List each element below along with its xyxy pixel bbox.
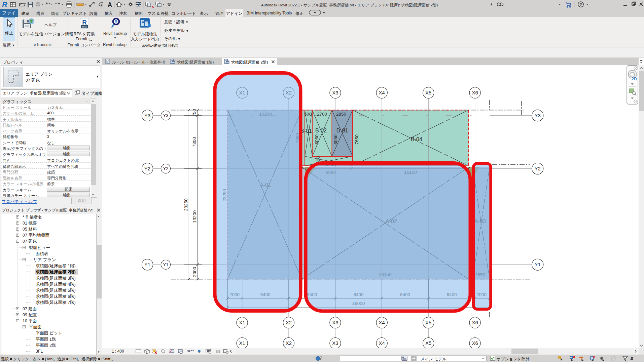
svg-text:X6: X6 — [472, 320, 478, 325]
svg-text:X4: X4 — [379, 90, 385, 95]
svg-text::0: :0 — [630, 356, 633, 361]
svg-text:Y1: Y1 — [163, 262, 169, 267]
svg-text:X3: X3 — [332, 320, 338, 325]
svg-text:X5: X5 — [425, 90, 431, 95]
svg-text:X5: X5 — [425, 320, 431, 325]
svg-text:7300: 7300 — [192, 137, 197, 147]
svg-text:7650: 7650 — [354, 134, 359, 145]
svg-text:23250: 23250 — [183, 198, 188, 211]
svg-text:B-02: B-02 — [315, 128, 327, 133]
svg-text:2000: 2000 — [192, 267, 197, 277]
svg-text:500: 500 — [304, 112, 312, 117]
svg-text:R: R — [114, 19, 118, 24]
svg-text:X1: X1 — [239, 340, 245, 346]
svg-text:6050: 6050 — [333, 134, 338, 145]
svg-text:X3: X3 — [332, 340, 338, 346]
svg-text:D-01: D-01 — [336, 128, 348, 133]
svg-text:13200: 13200 — [192, 210, 197, 223]
svg-text:X3: X3 — [332, 90, 338, 95]
svg-text:X6: X6 — [472, 90, 478, 95]
svg-text:X4: X4 — [379, 320, 385, 325]
svg-text:X2: X2 — [286, 320, 292, 325]
svg-text:X6: X6 — [472, 340, 478, 346]
svg-text:Y2: Y2 — [144, 166, 150, 171]
svg-text:2700: 2700 — [317, 112, 327, 117]
svg-text:Y3: Y3 — [163, 113, 169, 118]
svg-text:6050: 6050 — [314, 134, 319, 145]
svg-text:Y3: Y3 — [144, 113, 150, 118]
svg-text:750: 750 — [192, 109, 197, 117]
svg-text:A: A — [108, 1, 112, 8]
svg-text:2850: 2850 — [336, 112, 346, 117]
svg-text:Y2: Y2 — [535, 166, 541, 171]
svg-text:Y2: Y2 — [163, 166, 169, 171]
svg-text:Y3: Y3 — [535, 113, 541, 118]
svg-text:x: x — [152, 4, 154, 8]
svg-text:X2: X2 — [286, 340, 292, 346]
svg-text:X5: X5 — [425, 340, 431, 346]
svg-text:1: 1 — [100, 3, 102, 6]
svg-text:X4: X4 — [379, 340, 385, 346]
svg-text:R: R — [148, 23, 151, 28]
svg-text:R: R — [2, 0, 7, 9]
svg-text:?: ? — [579, 2, 582, 7]
svg-text:X1: X1 — [239, 320, 245, 325]
svg-text:RFA: RFA — [82, 26, 87, 28]
svg-text:B-04: B-04 — [411, 136, 422, 142]
svg-text:Y1: Y1 — [535, 262, 541, 267]
svg-text:Y1: Y1 — [144, 262, 150, 267]
svg-text:R: R — [82, 19, 87, 26]
svg-text:2D: 2D — [632, 77, 637, 81]
